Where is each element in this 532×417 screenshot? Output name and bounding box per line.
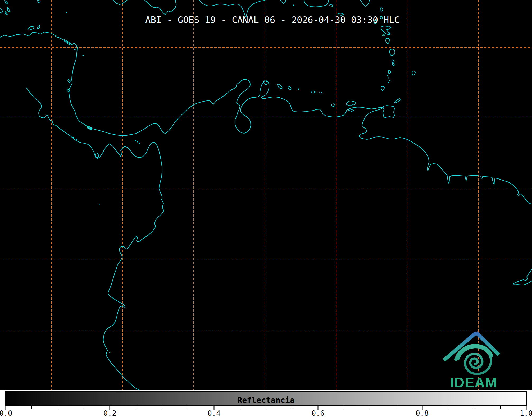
colorbar-tick-label: 0.2 (103, 410, 116, 416)
colorbar-gradient: Reflectancia (5, 391, 527, 406)
island-dot (137, 141, 138, 143)
coastline-small-top-frag (280, 0, 286, 3)
ideam-logo: IDEAM (435, 327, 515, 389)
island-dot (72, 137, 74, 138)
colorbar-tick-label: 0.0 (0, 410, 12, 416)
coastline-st-vincent (390, 49, 395, 55)
island-dot (293, 5, 294, 6)
coastline-tobago (394, 99, 400, 103)
colorbar-minor-tick (344, 406, 344, 409)
coastline-dominica-s (380, 8, 383, 11)
colorbar-tick-label: 0.6 (312, 410, 325, 416)
island-dot (99, 204, 100, 205)
coastline-topleft-key3 (5, 12, 7, 15)
island-dot (76, 139, 77, 140)
island-dot (387, 75, 388, 76)
coastline-grenadine1 (392, 60, 394, 62)
coastline-coiba (96, 153, 99, 158)
colorbar-minor-tick (370, 406, 370, 409)
island-dot (388, 77, 389, 79)
coastline-curacao (277, 84, 282, 89)
colorbar-minor-tick (292, 406, 292, 409)
island-dot (139, 143, 140, 144)
coastline-dash-island (383, 35, 385, 36)
coastline-hispaniola-south (144, 0, 176, 15)
island-dot (389, 80, 390, 81)
coastline-margarita (347, 101, 356, 106)
coastline-amazon-estuary (513, 269, 532, 285)
island-dot (135, 140, 136, 141)
coastline-la-tortuga (331, 104, 335, 107)
colorbar-minor-tick (188, 406, 188, 409)
coastline-edge-frag (0, 8, 3, 13)
coastline-puerto-rico (304, 0, 329, 7)
logo-text: IDEAM (450, 374, 497, 389)
colorbar-minor-tick (396, 406, 396, 409)
coastline-los-roques (311, 91, 315, 93)
colorbar-minor-tick (31, 406, 32, 409)
colorbar-minor-tick (266, 406, 266, 409)
island-dots (66, 5, 390, 353)
colorbar-minor-tick (500, 406, 501, 409)
coastline-bonaire (288, 86, 291, 90)
colorbar-footer: Reflectancia 0.00.20.40.60.81.0 (0, 390, 532, 417)
hurricane-spiral-icon (456, 346, 492, 374)
image-title: ABI - GOES 19 - CANAL 06 - 2026-04-30 03… (145, 15, 400, 25)
colorbar-tick-label: 0.8 (416, 410, 429, 416)
island-dot (83, 55, 84, 56)
island-dot (74, 49, 76, 50)
coastline-guanaja (37, 25, 40, 28)
satellite-image-viewer: ABI - GOES 19 - CANAL 06 - 2026-04-30 03… (0, 0, 532, 417)
coastline-vieques (330, 4, 333, 6)
island-dot (66, 12, 67, 13)
coastline-grenadine2 (392, 63, 394, 65)
coastline-corner-blob (38, 0, 40, 3)
coastline-pacific-coast (26, 88, 164, 390)
colorbar-minor-tick (240, 406, 240, 409)
colorbar-minor-tick (84, 406, 84, 409)
coastline-barbados (412, 71, 415, 75)
colorbar-minor-tick (58, 406, 58, 409)
island-dot (388, 82, 389, 83)
coastline-st-lucia (386, 38, 389, 44)
colorbar-minor-tick (448, 406, 448, 409)
coastline-leeward-frag (360, 0, 370, 6)
colorbar-minor-tick (162, 406, 162, 409)
coastline-pearl-lagoon (68, 79, 70, 83)
coastline-topleft-key1 (5, 1, 8, 4)
coastline-grenada (381, 86, 385, 91)
colorbar-minor-tick (136, 406, 136, 409)
coastline-roatan (28, 26, 34, 30)
coastline-coche (348, 109, 354, 111)
colorbar-tick-label: 0.4 (207, 410, 220, 416)
colorbar-label: Reflectancia (237, 396, 295, 405)
coastline-trinidad (383, 106, 394, 118)
coastline-haiti-tip (113, 0, 127, 4)
island-dot (298, 89, 299, 90)
colorbar-tick-label: 1.0 (520, 410, 532, 416)
coastline-grenadine-n (388, 71, 391, 74)
coastline-topleft-key2 (7, 7, 10, 12)
coastline-martinique-dot (388, 33, 390, 35)
colorbar-minor-tick (474, 406, 474, 409)
coastline-la-orchila (320, 92, 322, 93)
island-dot (109, 352, 110, 353)
